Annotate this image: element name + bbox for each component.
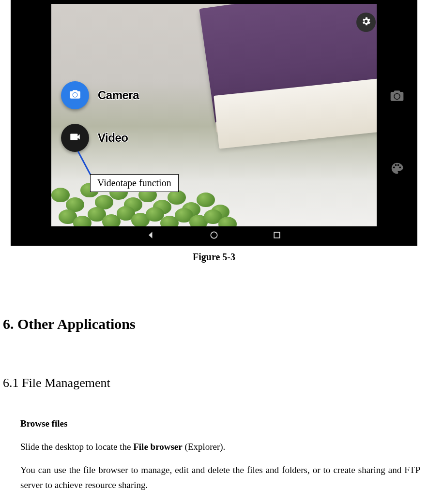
recent-icon[interactable] bbox=[272, 230, 282, 242]
section-heading: 6. Other Applications bbox=[3, 316, 425, 332]
gear-icon bbox=[361, 16, 371, 29]
paragraph-1: Slide the desktop to locate the File bro… bbox=[20, 440, 420, 454]
settings-button[interactable] bbox=[356, 13, 376, 32]
status-bar bbox=[11, 0, 417, 4]
video-mode-option[interactable]: Video bbox=[61, 124, 128, 152]
paragraph-2: You can use the file browser to manage, … bbox=[20, 463, 420, 492]
svg-point-0 bbox=[211, 232, 217, 238]
video-mode-button[interactable] bbox=[61, 124, 89, 152]
side-camera-button[interactable] bbox=[387, 87, 407, 106]
camera-mode-label: Camera bbox=[98, 89, 139, 102]
camera-mode-option[interactable]: Camera bbox=[61, 81, 139, 109]
subsection-heading: 6.1 File Management bbox=[3, 376, 425, 390]
camera-icon bbox=[389, 88, 405, 105]
text: (Explorer). bbox=[183, 442, 226, 452]
figure-caption: Figure 5-3 bbox=[0, 252, 428, 263]
document-body: 6. Other Applications 6.1 File Managemen… bbox=[3, 316, 425, 492]
video-icon bbox=[69, 131, 81, 145]
home-icon[interactable] bbox=[209, 230, 219, 242]
svg-rect-1 bbox=[274, 232, 280, 238]
callout-label: Videotape function bbox=[90, 174, 179, 192]
camera-viewfinder: Camera Video Videotape function bbox=[51, 4, 390, 226]
side-effects-button[interactable] bbox=[387, 160, 407, 179]
text: Slide the desktop to locate the bbox=[20, 442, 133, 452]
camera-icon bbox=[69, 88, 81, 103]
side-toolbar bbox=[377, 0, 417, 246]
browse-files-heading: Browse files bbox=[20, 418, 420, 429]
device-screenshot: Camera Video Videotape function bbox=[11, 0, 417, 246]
android-navbar bbox=[11, 226, 417, 246]
palette-icon bbox=[390, 161, 404, 178]
video-mode-label: Video bbox=[98, 131, 128, 145]
file-browser-term: File browser bbox=[133, 442, 183, 452]
back-icon[interactable] bbox=[146, 230, 156, 242]
camera-mode-button[interactable] bbox=[61, 81, 89, 109]
